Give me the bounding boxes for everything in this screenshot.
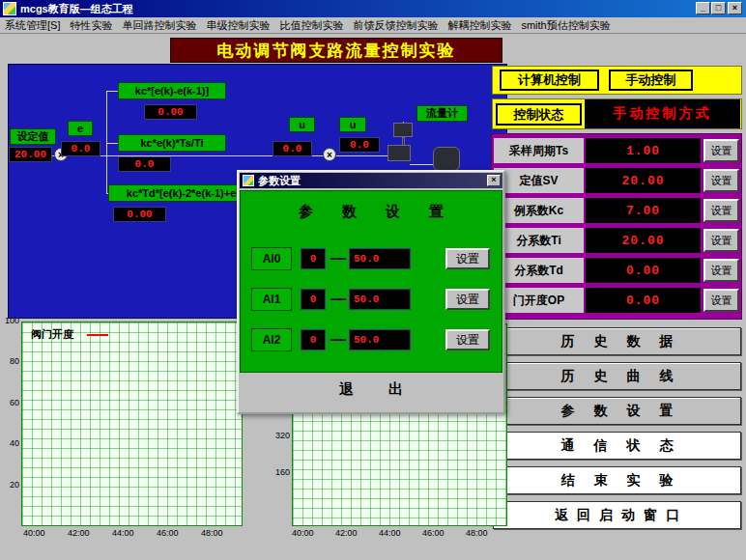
minimize-button[interactable]: _ — [696, 2, 710, 14]
menu-item-smith[interactable]: smith预估控制实验 — [516, 17, 615, 34]
dialog-title: 参数设置 — [258, 174, 301, 188]
computer-control-button[interactable]: 计算机控制 — [500, 70, 599, 91]
i-term-display: 0.0 — [118, 156, 171, 172]
menu-item-ratio[interactable]: 比值控制实验 — [274, 17, 348, 34]
ai0-label: AI0 — [251, 247, 292, 270]
u2-display: 0.0 — [339, 137, 380, 153]
error-display: 0.0 — [61, 141, 100, 156]
return-start-window-button[interactable]: 返回启动窗口 — [493, 501, 741, 529]
param-label-ts: 采样周期Ts — [494, 138, 584, 163]
menu-item-cascade[interactable]: 串级控制实验 — [201, 17, 274, 34]
param-label-td: 分系数Td — [494, 258, 584, 283]
comm-status-button[interactable]: 通信状态 — [493, 432, 741, 460]
param-set-button-ti[interactable]: 设置 — [703, 229, 739, 252]
ai2-high-display: 50.0 — [349, 329, 411, 350]
x-tick: 40:00 — [292, 528, 314, 538]
history-curve-button[interactable]: 历史曲线 — [493, 362, 741, 390]
mcgs-main-window: mcgs教育版—组态工程 _ □ × 系统管理[S] 特性实验 单回路控制实验 … — [0, 0, 746, 560]
param-set-button-sv[interactable]: 设置 — [703, 169, 739, 192]
y-tick: 60 — [0, 398, 19, 407]
valve-icon — [387, 145, 411, 161]
end-experiment-button[interactable]: 结束实验 — [493, 466, 741, 494]
menu-item-system[interactable]: 系统管理[S] — [0, 17, 65, 34]
param-value-td: 0.00 — [586, 258, 701, 283]
error-label: e — [68, 121, 93, 136]
param-label-op: 门开度OP — [494, 288, 584, 313]
wire-line — [106, 91, 107, 193]
param-value-kc: 7.00 — [586, 198, 701, 223]
ai0-range-dash: — — [330, 247, 347, 270]
x-tick: 42:00 — [68, 528, 90, 538]
parameter-setting-button[interactable]: 参数设置 — [493, 397, 741, 425]
window-titlebar[interactable]: mcgs教育版—组态工程 — [0, 0, 746, 17]
chart-legend-line — [87, 334, 108, 336]
y-tick: 40 — [0, 438, 19, 448]
x-tick: 44:00 — [379, 528, 401, 538]
u1-display: 0.0 — [273, 141, 312, 156]
menu-item-decoupling[interactable]: 解耦控制实验 — [443, 17, 516, 34]
x-tick: 48:00 — [466, 528, 488, 538]
x-tick: 48:00 — [201, 528, 223, 538]
d-term-display: 0.00 — [113, 207, 166, 222]
param-value-ts: 1.00 — [586, 138, 701, 163]
x-tick: 44:00 — [112, 528, 134, 538]
ai0-high-display: 50.0 — [349, 248, 411, 269]
maximize-button[interactable]: □ — [711, 2, 726, 14]
ai1-set-button[interactable]: 设置 — [445, 289, 490, 310]
param-set-button-td[interactable]: 设置 — [703, 259, 739, 282]
param-value-op: 0.00 — [586, 288, 701, 313]
u1-label: u — [289, 117, 315, 132]
y-tick: 20 — [0, 480, 19, 490]
flow-sensor-icon — [393, 123, 413, 137]
ai2-low-display: 0 — [301, 329, 326, 350]
x-tick: 40:00 — [23, 528, 45, 538]
param-value-sv: 20.00 — [586, 168, 701, 193]
setpoint-label: 设定值 — [10, 128, 56, 145]
menu-item-characteristic[interactable]: 特性实验 — [65, 17, 117, 34]
ai2-range-dash: — — [330, 328, 347, 351]
dialog-icon — [243, 175, 254, 186]
ai0-set-button[interactable]: 设置 — [445, 248, 490, 269]
y-tick: 320 — [269, 431, 290, 440]
dialog-header: 参数设置 — [240, 203, 502, 221]
control-status-value: 手动控制方式 — [585, 99, 740, 128]
y-tick: 160 — [269, 467, 290, 477]
dialog-exit-button[interactable]: 退出 — [240, 380, 502, 399]
p-term-formula: kc*[e(k)-e(k-1)] — [118, 82, 226, 99]
setpoint-display: 20.00 — [9, 147, 52, 162]
menu-item-feedforward[interactable]: 前馈反馈控制实验 — [348, 17, 443, 34]
history-data-button[interactable]: 历史数据 — [493, 327, 741, 355]
param-set-button-op[interactable]: 设置 — [703, 289, 739, 312]
x-tick: 46:00 — [157, 528, 179, 538]
ai2-set-button[interactable]: 设置 — [445, 329, 490, 350]
dialog-close-button[interactable]: × — [487, 175, 501, 186]
ai1-range-dash: — — [330, 288, 347, 311]
wire-line — [106, 143, 118, 144]
wire-line — [106, 91, 118, 92]
flowmeter-label: 流量计 — [416, 105, 468, 122]
valve-opening-chart — [21, 322, 243, 526]
manual-control-button[interactable]: 手动控制 — [609, 70, 693, 91]
app-icon — [3, 2, 16, 15]
dialog-titlebar[interactable]: 参数设置 — [240, 173, 502, 188]
param-label-kc: 例系数Kc — [494, 198, 584, 223]
param-label-ti: 分系数Ti — [494, 228, 584, 253]
page-title: 电动调节阀支路流量控制实验 — [170, 38, 502, 63]
x-tick: 46:00 — [422, 528, 445, 538]
ai1-high-display: 50.0 — [349, 289, 411, 310]
param-set-button-ts[interactable]: 设置 — [703, 139, 739, 162]
close-button[interactable]: × — [728, 2, 742, 14]
param-value-ti: 20.00 — [586, 228, 701, 253]
parameter-settings-dialog: 参数设置 × 参数设置 AI0 0 — 50.0 设置 AI1 0 — 50.0… — [237, 170, 505, 414]
menu-item-single-loop[interactable]: 单回路控制实验 — [117, 17, 201, 34]
u2-label: u — [339, 117, 366, 132]
y-tick: 80 — [0, 356, 19, 366]
ai0-low-display: 0 — [301, 248, 326, 269]
chart-legend-label: 阀门开度 — [31, 327, 73, 342]
param-set-button-kc[interactable]: 设置 — [703, 199, 739, 222]
summing-junction-icon: × — [323, 148, 336, 161]
y-tick: 100 — [0, 316, 19, 325]
ai1-low-display: 0 — [301, 289, 326, 310]
menu-bar: 系统管理[S] 特性实验 单回路控制实验 串级控制实验 比值控制实验 前馈反馈控… — [0, 17, 746, 34]
param-label-sv: 定值SV — [494, 168, 584, 193]
